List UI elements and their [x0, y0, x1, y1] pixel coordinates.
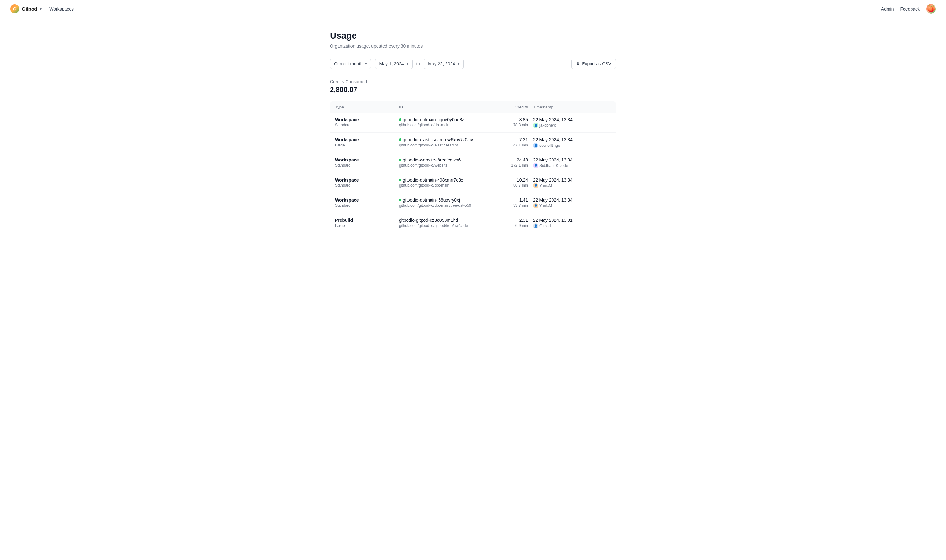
- filters-bar: Current month ▾ May 1, 2024 ▾ to May 22,…: [330, 59, 616, 69]
- credits-section: Credits Consumed 2,800.07: [330, 79, 616, 94]
- col-header-type: Type: [335, 105, 399, 109]
- timestamp-main-0: 22 May 2024, 13:34: [533, 117, 611, 122]
- id-main-2: gitpodio-website-i8regfcgwp6: [399, 157, 483, 162]
- table-row: Prebuild Large gitpodio-gitpod-ez3d050m1…: [330, 213, 616, 233]
- id-sub-0: github.com/gitpod-io/dbt-main: [399, 123, 483, 127]
- id-sub-3: github.com/gitpod-io/dbt-main: [399, 183, 483, 188]
- credits-sub-0: 78.3 min: [483, 123, 528, 127]
- export-csv-button[interactable]: ⬇ Export as CSV: [571, 59, 616, 69]
- user-avatar-3: 👤: [533, 183, 538, 188]
- id-sub-1: github.com/gitpod-io/elasticsearch/: [399, 143, 483, 148]
- credits-label: Credits Consumed: [330, 79, 616, 84]
- id-main-0: gitpodio-dbtmain-nqoe0y0oe8z: [399, 117, 483, 122]
- id-main-1: gitpodio-elasticsearch-w6kuy7z0aiv: [399, 137, 483, 142]
- credits-value: 2,800.07: [330, 86, 616, 94]
- user-avatar-4: 👤: [533, 203, 538, 208]
- cell-credits-3: 10.24 86.7 min: [483, 177, 528, 188]
- cell-timestamp-1: 22 May 2024, 13:34 👤 svenefftinge: [528, 137, 611, 148]
- period-label: Current month: [334, 61, 363, 66]
- status-dot-icon: [399, 179, 401, 181]
- download-icon: ⬇: [576, 61, 580, 66]
- type-name-3: Workspace: [335, 177, 399, 183]
- user-avatar-1: 👤: [533, 143, 538, 148]
- cell-id-2: gitpodio-website-i8regfcgwp6 github.com/…: [399, 157, 483, 168]
- cell-type-1: Workspace Large: [335, 137, 399, 148]
- table-row: Workspace Standard gitpodio-website-i8re…: [330, 153, 616, 173]
- main-content: Usage Organization usage, updated every …: [320, 18, 626, 246]
- credits-sub-5: 6.9 min: [483, 223, 528, 228]
- gitpod-logo-icon: G: [10, 5, 19, 14]
- credits-main-1: 7.31: [483, 137, 528, 142]
- timestamp-user-3: 👤 YanicM: [533, 183, 611, 188]
- header-left: G Gitpod ▾ Workspaces: [10, 5, 74, 14]
- table-row: Workspace Large gitpodio-elasticsearch-w…: [330, 133, 616, 153]
- cell-id-5: gitpodio-gitpod-ez3d050m1hd github.com/g…: [399, 218, 483, 228]
- credits-main-5: 2.31: [483, 218, 528, 223]
- cell-timestamp-5: 22 May 2024, 13:01 👤 Gitpod: [528, 218, 611, 228]
- credits-main-4: 1.41: [483, 197, 528, 203]
- type-sub-5: Large: [335, 223, 399, 228]
- cell-type-4: Workspace Standard: [335, 197, 399, 208]
- col-header-credits: Credits: [483, 105, 528, 109]
- timestamp-main-2: 22 May 2024, 13:34: [533, 157, 611, 162]
- type-name-4: Workspace: [335, 197, 399, 203]
- timestamp-user-1: 👤 svenefftinge: [533, 143, 611, 148]
- cell-timestamp-2: 22 May 2024, 13:34 👤 Siddhant-K-code: [528, 157, 611, 168]
- page-subtitle: Organization usage, updated every 30 min…: [330, 43, 616, 49]
- cell-timestamp-0: 22 May 2024, 13:34 👤 jakobhero: [528, 117, 611, 128]
- cell-id-1: gitpodio-elasticsearch-w6kuy7z0aiv githu…: [399, 137, 483, 148]
- cell-credits-5: 2.31 6.9 min: [483, 218, 528, 228]
- status-dot-icon: [399, 118, 401, 121]
- cell-id-3: gitpodio-dbtmain-498xmrr7c3x github.com/…: [399, 177, 483, 188]
- table-row: Workspace Standard gitpodio-dbtmain-498x…: [330, 173, 616, 193]
- user-avatar[interactable]: 🍑: [926, 4, 936, 14]
- cell-credits-1: 7.31 47.1 min: [483, 137, 528, 148]
- cell-type-0: Workspace Standard: [335, 117, 399, 127]
- status-dot-icon: [399, 158, 401, 161]
- timestamp-main-3: 22 May 2024, 13:34: [533, 177, 611, 183]
- credits-sub-2: 172.1 min: [483, 163, 528, 168]
- col-header-timestamp: Timestamp: [528, 105, 611, 109]
- admin-link[interactable]: Admin: [881, 6, 894, 11]
- timestamp-user-5: 👤 Gitpod: [533, 223, 611, 228]
- period-chevron-icon: ▾: [365, 62, 367, 66]
- export-label: Export as CSV: [582, 61, 611, 66]
- timestamp-user-2: 👤 Siddhant-K-code: [533, 163, 611, 168]
- timestamp-main-1: 22 May 2024, 13:34: [533, 137, 611, 142]
- cell-credits-4: 1.41 33.7 min: [483, 197, 528, 208]
- table-header: Type ID Credits Timestamp: [330, 102, 616, 112]
- user-avatar-0: 👤: [533, 123, 538, 128]
- logo-chevron-icon: ▾: [40, 7, 42, 11]
- credits-sub-4: 33.7 min: [483, 203, 528, 208]
- end-date-filter[interactable]: May 22, 2024 ▾: [424, 59, 464, 69]
- type-name-1: Workspace: [335, 137, 399, 142]
- start-date-filter[interactable]: May 1, 2024 ▾: [375, 59, 412, 69]
- timestamp-user-4: 👤 YanicM: [533, 203, 611, 208]
- credits-sub-3: 86.7 min: [483, 183, 528, 188]
- feedback-link[interactable]: Feedback: [900, 6, 920, 11]
- table-body: Workspace Standard gitpodio-dbtmain-nqoe…: [330, 112, 616, 233]
- col-header-id: ID: [399, 105, 483, 109]
- cell-id-4: gitpodio-dbtmain-l58uovry0xj github.com/…: [399, 197, 483, 208]
- logo-area[interactable]: G Gitpod ▾: [10, 5, 42, 14]
- type-name-5: Prebuild: [335, 218, 399, 223]
- table-row: Workspace Standard gitpodio-dbtmain-nqoe…: [330, 112, 616, 133]
- cell-type-2: Workspace Standard: [335, 157, 399, 168]
- page-title: Usage: [330, 31, 616, 41]
- header: G Gitpod ▾ Workspaces Admin Feedback 🍑: [0, 0, 946, 18]
- user-avatar-2: 👤: [533, 163, 538, 168]
- type-sub-0: Standard: [335, 123, 399, 127]
- type-sub-3: Standard: [335, 183, 399, 188]
- credits-sub-1: 47.1 min: [483, 143, 528, 148]
- cell-id-0: gitpodio-dbtmain-nqoe0y0oe8z github.com/…: [399, 117, 483, 127]
- type-sub-1: Large: [335, 143, 399, 148]
- type-sub-2: Standard: [335, 163, 399, 168]
- timestamp-main-5: 22 May 2024, 13:01: [533, 218, 611, 223]
- start-date-chevron-icon: ▾: [407, 62, 409, 66]
- credits-main-3: 10.24: [483, 177, 528, 183]
- credits-main-2: 24.48: [483, 157, 528, 162]
- status-dot-icon: [399, 199, 401, 202]
- period-filter[interactable]: Current month ▾: [330, 59, 371, 69]
- type-name-2: Workspace: [335, 157, 399, 162]
- nav-workspaces[interactable]: Workspaces: [49, 6, 74, 11]
